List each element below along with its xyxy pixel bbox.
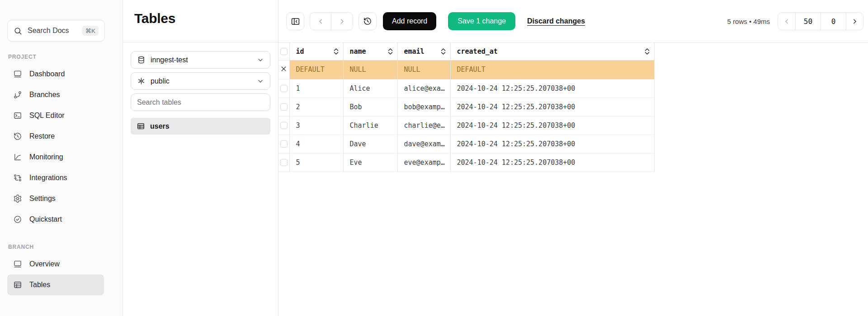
select-all-checkbox[interactable] <box>280 48 288 55</box>
page-prev-button[interactable] <box>778 13 795 30</box>
table-list-item-users[interactable]: users <box>131 118 270 135</box>
table-toolbar: Add record Save 1 change Discard changes… <box>278 0 868 43</box>
sidebar-item-label: Settings <box>29 195 56 203</box>
cell[interactable]: 5 <box>289 153 343 172</box>
cell[interactable]: eve@example.com <box>397 153 450 172</box>
cell[interactable]: 2024-10-24 12:25:25.207038+00 <box>450 98 654 116</box>
chevron-right-icon <box>851 18 859 25</box>
database-icon <box>137 56 146 64</box>
cell[interactable]: Alice <box>343 79 397 98</box>
search-docs-label: Search Docs <box>28 27 69 35</box>
history-button[interactable] <box>359 12 377 30</box>
cell[interactable]: alice@example.com <box>397 79 450 98</box>
cell[interactable]: Bob <box>343 98 397 116</box>
page-offset-field[interactable]: 0 <box>821 13 846 30</box>
cell[interactable]: DEFAULT <box>450 60 654 79</box>
cell[interactable]: 3 <box>289 116 343 135</box>
page-title: Tables <box>134 11 267 26</box>
collapse-panel-icon <box>291 17 300 26</box>
history-icon <box>363 17 372 26</box>
row-checkbox[interactable] <box>280 159 288 166</box>
sidebar-item-branches[interactable]: Branches <box>7 84 104 105</box>
sort-icon <box>387 48 393 55</box>
search-tables-field <box>131 93 270 111</box>
cell[interactable]: NULL <box>397 60 450 79</box>
cell[interactable]: 2024-10-24 12:25:25.207038+00 <box>450 79 654 98</box>
sidebar-item-dashboard[interactable]: Dashboard <box>7 64 104 84</box>
add-record-button[interactable]: Add record <box>383 12 436 30</box>
sidebar-item-monitoring[interactable]: Monitoring <box>7 147 104 167</box>
column-header-name[interactable]: name <box>343 43 397 60</box>
pending-row: DEFAULT NULL NULL DEFAULT <box>278 60 654 79</box>
table-list-item-label: users <box>150 122 170 130</box>
cell[interactable]: 1 <box>289 79 343 98</box>
check-circle-icon <box>13 215 22 224</box>
sidebar-item-label: Integrations <box>29 174 67 182</box>
table-row: 1 Alice alice@example.com 2024-10-24 12:… <box>278 79 654 98</box>
search-tables-input[interactable] <box>137 98 264 107</box>
row-checkbox[interactable] <box>280 103 288 111</box>
sidebar-item-quickstart[interactable]: Quickstart <box>7 209 104 230</box>
cell[interactable]: bob@example.com <box>397 98 450 116</box>
page-size-field[interactable]: 50 <box>795 13 821 30</box>
column-header-id[interactable]: id <box>289 43 343 60</box>
sidebar-item-label: Dashboard <box>29 70 65 78</box>
cell[interactable]: 2024-10-24 12:25:25.207038+00 <box>450 135 654 153</box>
table-view: Add record Save 1 change Discard changes… <box>278 0 868 316</box>
next-record-button[interactable] <box>331 13 353 30</box>
cell[interactable]: 2 <box>289 98 343 116</box>
schema-icon <box>137 77 146 85</box>
sort-icon <box>440 48 446 55</box>
row-checkbox[interactable] <box>280 122 288 129</box>
pending-row-remove-cell <box>278 60 289 79</box>
column-header-created-at[interactable]: created_at <box>450 43 654 60</box>
cell[interactable]: 2024-10-24 12:25:25.207038+00 <box>450 116 654 135</box>
table-row: 5 Eve eve@example.com 2024-10-24 12:25:2… <box>278 153 654 172</box>
cell[interactable]: DEFAULT <box>289 60 343 79</box>
cell[interactable]: 4 <box>289 135 343 153</box>
cell[interactable]: Dave <box>343 135 397 153</box>
sort-icon <box>333 48 339 55</box>
database-select[interactable]: inngest-test <box>131 51 270 69</box>
page-next-button[interactable] <box>846 13 863 30</box>
tables-panel-header: Tables <box>123 0 278 42</box>
table-icon <box>137 122 145 130</box>
table-row: 2 Bob bob@example.com 2024-10-24 12:25:2… <box>278 98 654 116</box>
data-grid-area: id name email created_at DEFAULT NULL NU… <box>278 43 868 316</box>
select-all-cell <box>278 43 289 60</box>
table-row: 3 Charlie charlie@example.com 2024-10-24… <box>278 116 654 135</box>
cell[interactable]: 2024-10-24 12:25:25.207038+00 <box>450 153 654 172</box>
overview-icon <box>13 260 22 269</box>
sidebar-item-tables[interactable]: Tables <box>7 274 104 295</box>
sidebar-item-restore[interactable]: Restore <box>7 126 104 147</box>
chevron-down-icon <box>257 56 264 64</box>
schema-select[interactable]: public <box>131 72 270 90</box>
row-checkbox[interactable] <box>280 140 288 148</box>
cell[interactable]: Eve <box>343 153 397 172</box>
cell[interactable]: dave@example.com <box>397 135 450 153</box>
search-docs-button[interactable]: Search Docs ⌘K <box>7 20 105 42</box>
sidebar-item-integrations[interactable]: Integrations <box>7 167 104 188</box>
project-section-label: PROJECT <box>8 54 113 60</box>
schema-select-value: public <box>151 77 170 85</box>
discard-changes-link[interactable]: Discard changes <box>527 17 585 25</box>
save-changes-button[interactable]: Save 1 change <box>448 12 515 30</box>
table-row: 4 Dave dave@example.com 2024-10-24 12:25… <box>278 135 654 153</box>
sidebar-item-settings[interactable]: Settings <box>7 188 104 209</box>
prev-record-button[interactable] <box>310 13 331 30</box>
collapse-panel-button[interactable] <box>286 12 304 30</box>
cell[interactable]: charlie@example.com <box>397 116 450 135</box>
sidebar-item-label: Restore <box>29 132 55 140</box>
chevron-right-icon <box>338 18 346 25</box>
database-select-value: inngest-test <box>151 56 188 64</box>
cell[interactable]: NULL <box>343 60 397 79</box>
sidebar-item-sql-editor[interactable]: SQL Editor <box>7 105 104 126</box>
table-icon <box>13 280 22 289</box>
sidebar-item-overview[interactable]: Overview <box>7 254 104 274</box>
cell[interactable]: Charlie <box>343 116 397 135</box>
close-icon[interactable] <box>280 65 287 72</box>
chevron-down-icon <box>257 78 264 85</box>
column-header-email[interactable]: email <box>397 43 450 60</box>
branch-section-label: BRANCH <box>8 244 113 250</box>
row-checkbox[interactable] <box>280 85 288 92</box>
